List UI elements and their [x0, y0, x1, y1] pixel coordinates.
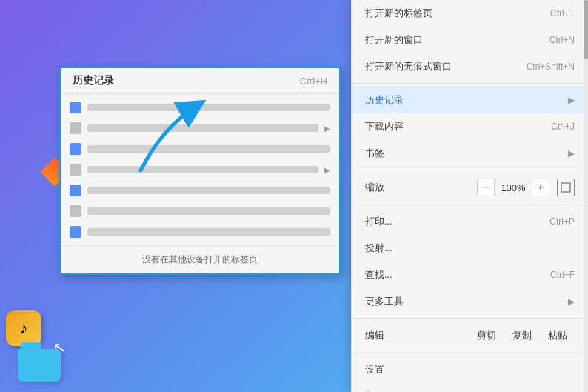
submenu-arrow-icon: ▶ [568, 95, 575, 105]
menu-item-print[interactable]: 打印... Ctrl+P [352, 208, 588, 235]
menu-divider [352, 83, 588, 84]
history-submenu: 历史记录 Ctrl+H ▶ ▶ [59, 67, 341, 275]
menu-item-help[interactable]: 帮助 ▶ [352, 383, 588, 392]
menu-item-more-tools[interactable]: 更多工具 ▶ [352, 288, 588, 315]
history-item-text [87, 228, 330, 236]
menu-item-label: 书签 [365, 147, 562, 160]
cut-button[interactable]: 剪切 [470, 327, 504, 345]
menu-item-new-window[interactable]: 打开新的窗口 Ctrl+N [352, 27, 588, 53]
menu-divider [352, 170, 588, 170]
favicon-icon [70, 185, 81, 196]
history-item-text [87, 166, 318, 173]
favicon-icon [70, 143, 81, 155]
submenu-arrow-icon: ▶ [324, 124, 330, 133]
menu-item-label: 设置 [365, 363, 575, 376]
list-item[interactable]: ▶ [61, 159, 339, 180]
edit-actions: 剪切 复制 粘贴 [470, 327, 575, 345]
menu-item-label: 打印... [365, 215, 535, 228]
list-item[interactable]: ▶ [61, 118, 339, 139]
menu-item-label: 打开新的无痕式窗口 [365, 60, 512, 73]
scrollbar[interactable] [584, 0, 588, 392]
menu-item-shortcut: Ctrl+P [549, 216, 575, 227]
fullscreen-icon [561, 182, 571, 193]
history-item-text [87, 124, 318, 132]
menu-item-label: 打开新的窗口 [365, 33, 535, 47]
menu-item-shortcut: Ctrl+J [551, 122, 575, 132]
submenu-arrow-icon: ▶ [568, 296, 575, 307]
history-item-list: ▶ ▶ [61, 94, 339, 245]
menu-item-shortcut: Ctrl+Shift+N [527, 62, 575, 72]
menu-item-label: 下载内容 [365, 120, 536, 133]
menu-item-bookmarks[interactable]: 书签 ▶ [352, 140, 588, 167]
favicon-icon [70, 226, 81, 238]
menu-divider [352, 205, 588, 205]
edit-label: 编辑 [365, 329, 470, 342]
menu-item-new-tab[interactable]: 打开新的标签页 Ctrl+T [352, 0, 588, 27]
history-item-text [87, 207, 330, 215]
zoom-fullscreen-button[interactable] [557, 179, 575, 196]
menu-item-label: 历史记录 [365, 93, 562, 107]
menu-item-find[interactable]: 查找... Ctrl+F [352, 262, 588, 288]
history-footer: 没有在其他设备打开的标签页 [61, 245, 339, 273]
list-item[interactable] [61, 97, 339, 118]
menu-item-edit: 编辑 剪切 复制 粘贴 [352, 322, 588, 350]
history-item-text [87, 104, 330, 111]
menu-item-new-incognito[interactable]: 打开新的无痕式窗口 Ctrl+Shift+N [352, 53, 588, 80]
menu-item-label: 更多工具 [365, 295, 562, 308]
menu-divider [352, 353, 588, 353]
zoom-label: 缩放 [365, 181, 477, 194]
paste-button[interactable]: 粘贴 [541, 327, 575, 345]
menu-item-settings[interactable]: 设置 [352, 356, 588, 383]
menu-item-zoom: 缩放 − 100% + [352, 173, 588, 202]
folder-tab [21, 342, 41, 349]
menu-item-history[interactable]: 历史记录 ▶ [352, 87, 588, 113]
list-item[interactable] [61, 139, 339, 159]
music-note-icon: ♪ [6, 310, 41, 346]
favicon-icon [70, 205, 81, 217]
history-submenu-title: 历史记录 [73, 74, 114, 87]
favicon-icon [70, 102, 81, 113]
scrollbar-thumb[interactable] [584, 0, 588, 59]
zoom-plus-button[interactable]: + [532, 179, 549, 196]
menu-item-shortcut: Ctrl+T [550, 8, 575, 19]
zoom-value: 100% [499, 182, 527, 193]
menu-item-cast[interactable]: 投射... [352, 235, 588, 262]
list-item[interactable] [61, 180, 339, 201]
zoom-minus-button[interactable]: − [477, 179, 495, 196]
list-item[interactable] [61, 201, 339, 222]
menu-divider [352, 318, 588, 319]
submenu-arrow-icon: ▶ [568, 148, 575, 159]
history-submenu-shortcut: Ctrl+H [300, 76, 327, 87]
menu-item-label: 查找... [365, 268, 535, 282]
history-item-text [87, 145, 330, 153]
menu-item-shortcut: Ctrl+F [550, 270, 575, 280]
list-item[interactable] [61, 222, 339, 242]
menu-item-downloads[interactable]: 下载内容 Ctrl+J [352, 113, 588, 140]
zoom-controls: − 100% + [477, 179, 575, 196]
history-submenu-header: 历史记录 Ctrl+H [61, 68, 339, 94]
favicon-icon [70, 164, 81, 176]
submenu-arrow-icon: ▶ [324, 166, 330, 174]
menu-item-shortcut: Ctrl+N [549, 35, 575, 45]
copy-button[interactable]: 复制 [505, 327, 539, 345]
menu-item-label: 投射... [365, 242, 575, 255]
favicon-icon [70, 122, 81, 134]
svg-rect-1 [561, 183, 570, 192]
menu-item-label: 打开新的标签页 [365, 7, 535, 20]
history-item-text [87, 187, 330, 194]
context-menu: 打开新的标签页 Ctrl+T 打开新的窗口 Ctrl+N 打开新的无痕式窗口 C… [351, 0, 588, 392]
